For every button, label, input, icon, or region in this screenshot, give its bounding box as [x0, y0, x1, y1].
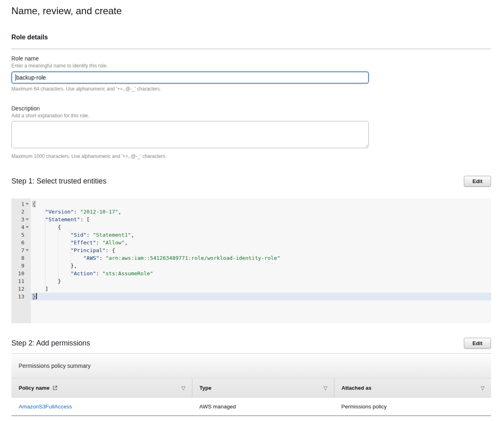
table-header-row: Policy name ▽ Type ▽ Attached as ▽: [11, 378, 491, 398]
policy-name-link[interactable]: AmazonS3FullAccess: [19, 404, 72, 410]
fold-arrow-icon[interactable]: [26, 226, 29, 228]
policy-name-cell: AmazonS3FullAccess: [11, 398, 192, 416]
line-number: 1: [11, 200, 30, 208]
editor-gutter: 12345678910111213: [11, 199, 31, 323]
fold-arrow-icon[interactable]: [26, 203, 29, 205]
role-name-label: Role name: [11, 55, 491, 62]
description-textarea[interactable]: [11, 121, 369, 148]
code-line[interactable]: "Effect": "Allow",: [31, 239, 491, 246]
column-label: Policy name: [19, 385, 50, 391]
code-line[interactable]: }: [31, 293, 491, 300]
column-header-policy-name[interactable]: Policy name ▽: [11, 378, 192, 398]
code-line[interactable]: }: [31, 277, 491, 285]
line-number: 7: [11, 246, 30, 254]
step2-edit-button[interactable]: Edit: [464, 338, 491, 349]
description-label: Description: [11, 105, 491, 112]
editor-cursor: [36, 293, 37, 299]
column-header-type[interactable]: Type ▽: [192, 378, 334, 398]
code-line[interactable]: "Statement": [: [31, 216, 491, 223]
editor-content[interactable]: { "Version": "2012-10-17", "Statement": …: [31, 199, 491, 323]
step2-heading: Step 2: Add permissions: [11, 339, 90, 348]
line-number: 8: [11, 254, 30, 262]
fold-arrow-icon[interactable]: [26, 218, 29, 220]
line-number: 3: [11, 216, 30, 223]
line-number: 11: [11, 277, 30, 285]
role-name-helper: Maximum 64 characters. Use alphanumeric …: [11, 86, 491, 92]
code-line[interactable]: ]: [31, 285, 491, 293]
description-field: Description Add a short explanation for …: [11, 105, 491, 159]
name-review-create-page: Name, review, and create Role details Ro…: [0, 5, 504, 416]
code-line[interactable]: "Sid": "Statement1",: [31, 231, 491, 239]
role-name-input[interactable]: backup-role: [11, 71, 369, 84]
role-name-value: backup-role: [16, 74, 46, 81]
role-name-field: Role name Enter a meaningful name to ide…: [11, 55, 491, 92]
code-line[interactable]: "Principal": {: [31, 246, 491, 254]
step2-header: Step 2: Add permissions Edit: [11, 338, 491, 349]
column-label: Attached as: [342, 385, 372, 391]
line-number: 9: [11, 262, 30, 270]
description-helper: Maximum 1000 characters. Use alphanumeri…: [11, 153, 491, 159]
filter-triangle-icon[interactable]: ▽: [181, 386, 185, 391]
line-number: 4: [11, 223, 30, 231]
step1-header: Step 1: Select trusted entities Edit: [11, 176, 491, 187]
section-divider: [11, 49, 491, 49]
table-row: AmazonS3FullAccessAWS managedPermissions…: [11, 398, 491, 416]
permissions-table: Policy name ▽ Type ▽ Attached as ▽ Amazo…: [11, 378, 491, 416]
line-number: 6: [11, 239, 30, 246]
permissions-panel: Permissions policy summary Policy name ▽…: [11, 353, 491, 416]
line-number: 2: [11, 208, 30, 216]
line-number: 5: [11, 231, 30, 239]
page-title: Name, review, and create: [11, 5, 491, 17]
line-number: 12: [11, 285, 30, 293]
code-line[interactable]: "Action": "sts:AssumeRole": [31, 270, 491, 277]
role-name-hint: Enter a meaningful name to identify this…: [11, 63, 491, 69]
permissions-table-body: AmazonS3FullAccessAWS managedPermissions…: [11, 398, 491, 416]
fold-arrow-icon[interactable]: [26, 249, 29, 251]
column-label: Type: [200, 385, 211, 391]
column-header-attached-as[interactable]: Attached as ▽: [334, 378, 491, 398]
filter-triangle-icon[interactable]: ▽: [323, 386, 327, 391]
role-details-heading: Role details: [11, 33, 491, 41]
resize-handle-icon[interactable]: [364, 143, 368, 147]
policy-type-cell: AWS managed: [192, 398, 334, 416]
line-number: 10: [11, 270, 30, 277]
step1-edit-button[interactable]: Edit: [464, 176, 491, 187]
policy-attached-as-cell: Permissions policy: [334, 398, 491, 416]
code-line[interactable]: },: [31, 262, 491, 270]
step1-heading: Step 1: Select trusted entities: [11, 177, 106, 186]
external-link-icon: [52, 385, 58, 391]
code-line[interactable]: "Version": "2012-10-17",: [31, 208, 491, 216]
code-line[interactable]: {: [31, 223, 491, 231]
filter-triangle-icon[interactable]: ▽: [481, 386, 485, 391]
permissions-panel-title: Permissions policy summary: [11, 353, 491, 378]
description-hint: Add a short explanation for this role.: [11, 113, 491, 119]
line-number: 13: [11, 293, 30, 300]
text-cursor: [15, 74, 16, 81]
code-line[interactable]: {: [31, 200, 491, 208]
code-line[interactable]: "AWS": "arn:aws:iam::541263489771:role/w…: [31, 254, 491, 262]
trust-policy-editor[interactable]: 12345678910111213 { "Version": "2012-10-…: [11, 199, 491, 323]
